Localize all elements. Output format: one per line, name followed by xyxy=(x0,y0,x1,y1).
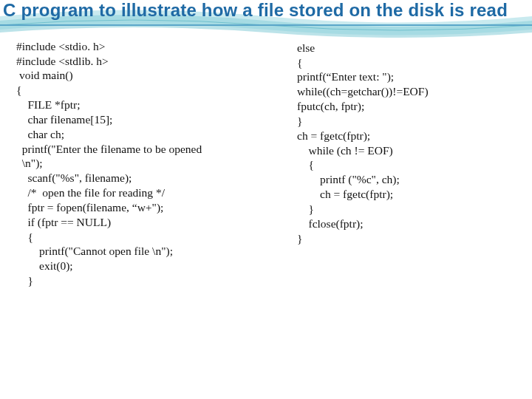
code-left-column: #include <stdio. h> #include <stdlib. h>… xyxy=(16,39,291,288)
code-columns: #include <stdio. h> #include <stdlib. h>… xyxy=(0,26,532,288)
code-right-column: else { printf(“Enter text: "); while((ch… xyxy=(297,39,526,288)
page-title: C program to illustrate how a file store… xyxy=(0,0,532,26)
